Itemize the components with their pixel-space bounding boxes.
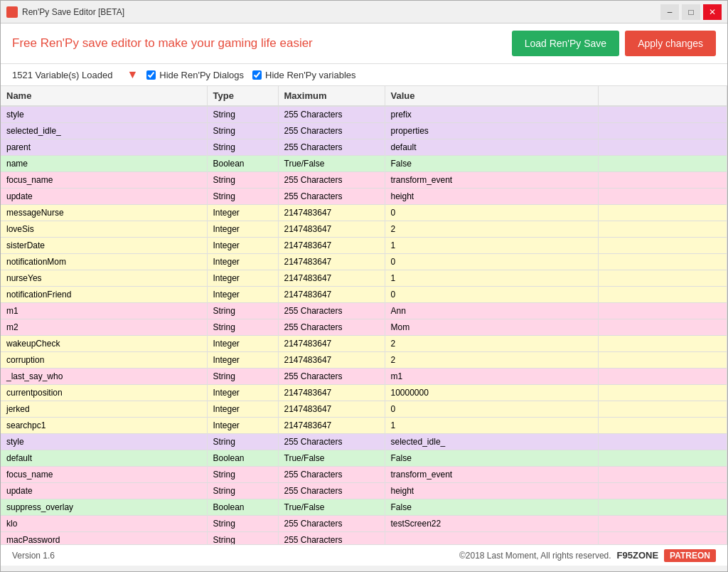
- cell-extra: [598, 287, 727, 303]
- table-row[interactable]: styleString255 Charactersselected_idle_: [1, 434, 727, 450]
- cell-value[interactable]: 2: [385, 352, 598, 369]
- cell-max: 2147483647: [278, 401, 385, 418]
- cell-value[interactable]: height: [385, 189, 598, 205]
- table-row[interactable]: sisterDateInteger21474836471: [1, 238, 727, 254]
- hide-dialogs-checkbox[interactable]: [146, 70, 156, 80]
- minimize-button[interactable]: –: [660, 4, 679, 20]
- cell-max: 255 Characters: [278, 369, 385, 385]
- cell-value[interactable]: 1: [385, 270, 598, 287]
- cell-extra: [598, 319, 727, 336]
- cell-extra: [598, 189, 727, 205]
- cell-value[interactable]: False: [385, 450, 598, 467]
- table-row[interactable]: wakeupCheckInteger21474836472: [1, 336, 727, 352]
- cell-value[interactable]: 1: [385, 238, 598, 254]
- table-row[interactable]: suppress_overlayBooleanTrue/FalseFalse: [1, 499, 727, 516]
- table-row[interactable]: corruptionInteger21474836472: [1, 352, 727, 369]
- cell-type: Integer: [207, 352, 278, 369]
- table-row[interactable]: jerkedInteger21474836470: [1, 401, 727, 418]
- close-button[interactable]: ✕: [703, 4, 722, 20]
- cell-value[interactable]: False: [385, 156, 598, 172]
- cell-name: suppress_overlay: [1, 499, 207, 516]
- table-row[interactable]: m2String255 CharactersMom: [1, 319, 727, 336]
- cell-extra: [598, 483, 727, 499]
- cell-value[interactable]: transform_event: [385, 467, 598, 483]
- app-icon: [6, 6, 18, 18]
- cell-value[interactable]: 0: [385, 401, 598, 418]
- table-row[interactable]: notificationFriendInteger21474836470: [1, 287, 727, 303]
- cell-name: default: [1, 450, 207, 467]
- table-row[interactable]: kloString255 CharacterstestScreen22: [1, 516, 727, 532]
- cell-value[interactable]: default: [385, 139, 598, 156]
- table-row[interactable]: focus_nameString255 Characterstransform_…: [1, 467, 727, 483]
- cell-value[interactable]: [385, 532, 598, 545]
- cell-type: String: [207, 532, 278, 545]
- load-save-button[interactable]: Load Ren'Py Save: [512, 31, 620, 56]
- copyright-text: ©2018 Last Moment, All rights reserved.: [459, 551, 611, 561]
- cell-value[interactable]: 0: [385, 205, 598, 221]
- cell-max: 255 Characters: [278, 139, 385, 156]
- table-row[interactable]: loveSisInteger21474836472: [1, 221, 727, 238]
- variables-count: 1521 Variable(s) Loaded: [12, 70, 112, 80]
- table-row[interactable]: searchpc1Integer21474836471: [1, 418, 727, 434]
- cell-value[interactable]: 0: [385, 254, 598, 270]
- cell-value[interactable]: 10000000: [385, 385, 598, 401]
- apply-changes-button[interactable]: Apply changes: [625, 31, 716, 56]
- table-row[interactable]: macPasswordString255 Characters: [1, 532, 727, 545]
- cell-type: Integer: [207, 401, 278, 418]
- cell-value[interactable]: 1: [385, 418, 598, 434]
- cell-name: selected_idle_: [1, 123, 207, 139]
- table-row[interactable]: updateString255 Charactersheight: [1, 189, 727, 205]
- cell-value[interactable]: Mom: [385, 319, 598, 336]
- cell-max: True/False: [278, 499, 385, 516]
- cell-extra: [598, 434, 727, 450]
- maximize-button[interactable]: □: [682, 4, 700, 20]
- table-row[interactable]: styleString255 Charactersprefix: [1, 106, 727, 123]
- cell-value[interactable]: height: [385, 483, 598, 499]
- hide-variables-checkbox[interactable]: [252, 70, 262, 80]
- app-title: Free Ren'Py save editor to make your gam…: [12, 36, 313, 51]
- patreon-label[interactable]: PATREON: [664, 549, 716, 562]
- cell-value[interactable]: properties: [385, 123, 598, 139]
- table-row[interactable]: selected_idle_String255 Charactersproper…: [1, 123, 727, 139]
- cell-value[interactable]: selected_idle_: [385, 434, 598, 450]
- table-row[interactable]: m1String255 CharactersAnn: [1, 303, 727, 319]
- cell-value[interactable]: False: [385, 499, 598, 516]
- table-row[interactable]: defaultBooleanTrue/FalseFalse: [1, 450, 727, 467]
- cell-value[interactable]: Ann: [385, 303, 598, 319]
- cell-value[interactable]: transform_event: [385, 172, 598, 189]
- table-row[interactable]: parentString255 Charactersdefault: [1, 139, 727, 156]
- table-row[interactable]: updateString255 Charactersheight: [1, 483, 727, 499]
- cell-extra: [598, 467, 727, 483]
- version-label: Version 1.6: [12, 551, 55, 561]
- cell-max: 2147483647: [278, 221, 385, 238]
- table-row[interactable]: focus_nameString255 Characterstransform_…: [1, 172, 727, 189]
- cell-value[interactable]: m1: [385, 369, 598, 385]
- cell-value[interactable]: 2: [385, 336, 598, 352]
- cell-max: True/False: [278, 156, 385, 172]
- table-row[interactable]: nurseYesInteger21474836471: [1, 270, 727, 287]
- table-row[interactable]: messageNurseInteger21474836470: [1, 205, 727, 221]
- cell-name: name: [1, 156, 207, 172]
- col-header-extra: [598, 86, 727, 106]
- cell-name: update: [1, 483, 207, 499]
- table-row[interactable]: nameBooleanTrue/FalseFalse: [1, 156, 727, 172]
- cell-type: Integer: [207, 254, 278, 270]
- cell-max: 255 Characters: [278, 319, 385, 336]
- cell-name: sisterDate: [1, 238, 207, 254]
- window-controls: – □ ✕: [660, 4, 722, 20]
- cell-value[interactable]: 2: [385, 221, 598, 238]
- cell-max: 2147483647: [278, 287, 385, 303]
- table-row[interactable]: notificationMomInteger21474836470: [1, 254, 727, 270]
- hide-variables-label[interactable]: Hide Ren'Py variables: [252, 70, 356, 80]
- cell-type: Boolean: [207, 450, 278, 467]
- cell-max: 2147483647: [278, 238, 385, 254]
- table-row[interactable]: _last_say_whoString255 Charactersm1: [1, 369, 727, 385]
- hide-dialogs-label[interactable]: Hide Ren'Py Dialogs: [146, 70, 244, 80]
- table-container: Name Type Maximum Value styleString255 C…: [1, 86, 727, 544]
- cell-extra: [598, 254, 727, 270]
- cell-value[interactable]: testScreen22: [385, 516, 598, 532]
- cell-value[interactable]: 0: [385, 287, 598, 303]
- table-row[interactable]: currentpositionInteger214748364710000000: [1, 385, 727, 401]
- cell-value[interactable]: prefix: [385, 106, 598, 123]
- cell-type: String: [207, 516, 278, 532]
